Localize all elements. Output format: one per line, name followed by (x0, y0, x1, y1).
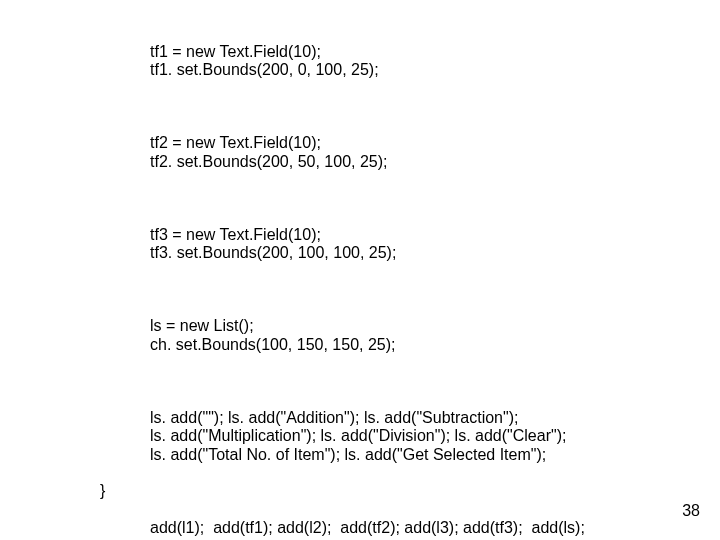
code-line: ls. add("Multiplication"); ls. add("Divi… (150, 427, 566, 444)
code-line: tf2 = new Text.Field(10); (150, 134, 321, 151)
code-line: ls. add("Total No. of Item"); ls. add("G… (150, 446, 546, 463)
code-line: tf3 = new Text.Field(10); (150, 226, 321, 243)
code-line: tf3. set.Bounds(200, 100, 100, 25); (150, 244, 396, 261)
code-para-6: add(l1); add(tf1); add(l2); add(tf2); ad… (150, 519, 650, 537)
code-line: ch. set.Bounds(100, 150, 150, 25); (150, 336, 396, 353)
code-para-4: ls = new List(); ch. set.Bounds(100, 150… (150, 317, 650, 354)
code-line: tf1. set.Bounds(200, 0, 100, 25); (150, 61, 379, 78)
code-para-2: tf2 = new Text.Field(10); tf2. set.Bound… (150, 134, 650, 171)
slide: tf1 = new Text.Field(10); tf1. set.Bound… (0, 0, 720, 540)
code-line: tf2. set.Bounds(200, 50, 100, 25); (150, 153, 388, 170)
code-line: ls = new List(); (150, 317, 254, 334)
code-para-3: tf3 = new Text.Field(10); tf3. set.Bound… (150, 226, 650, 263)
code-line: add(l1); add(tf1); add(l2); add(tf2); ad… (150, 519, 585, 536)
page-number: 38 (682, 502, 700, 520)
code-line: ls. add(""); ls. add("Addition"); ls. ad… (150, 409, 518, 426)
closing-brace: } (100, 482, 105, 500)
code-para-1: tf1 = new Text.Field(10); tf1. set.Bound… (150, 43, 650, 80)
code-para-5: ls. add(""); ls. add("Addition"); ls. ad… (150, 409, 650, 464)
code-line: tf1 = new Text.Field(10); (150, 43, 321, 60)
code-block: tf1 = new Text.Field(10); tf1. set.Bound… (150, 6, 650, 540)
